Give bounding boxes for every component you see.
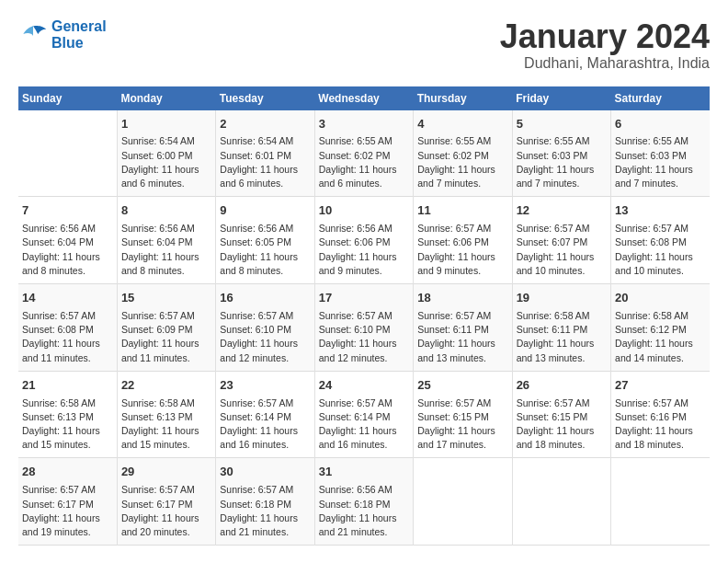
day-info: Sunrise: 6:57 AMSunset: 6:14 PMDaylight:… (220, 396, 310, 453)
day-info: Sunrise: 6:55 AMSunset: 6:02 PMDaylight:… (319, 134, 409, 190)
calendar-cell: 14Sunrise: 6:57 AMSunset: 6:08 PMDayligh… (18, 284, 117, 372)
day-info: Sunrise: 6:57 AMSunset: 6:06 PMDaylight:… (417, 222, 507, 278)
calendar-cell: 24Sunrise: 6:57 AMSunset: 6:14 PMDayligh… (314, 371, 413, 458)
day-info: Sunrise: 6:56 AMSunset: 6:05 PMDaylight:… (220, 222, 310, 278)
day-info: Sunrise: 6:57 AMSunset: 6:09 PMDaylight:… (121, 309, 211, 365)
weekday-header-friday: Friday (512, 86, 610, 110)
day-info: Sunrise: 6:57 AMSunset: 6:07 PMDaylight:… (517, 222, 607, 278)
day-info: Sunrise: 6:57 AMSunset: 6:17 PMDaylight:… (22, 483, 113, 539)
calendar-week-row: 21Sunrise: 6:58 AMSunset: 6:13 PMDayligh… (18, 371, 710, 458)
day-info: Sunrise: 6:56 AMSunset: 6:06 PMDaylight:… (319, 222, 409, 278)
calendar-table: SundayMondayTuesdayWednesdayThursdayFrid… (18, 86, 710, 546)
calendar-week-row: 14Sunrise: 6:57 AMSunset: 6:08 PMDayligh… (18, 284, 710, 372)
weekday-header-tuesday: Tuesday (216, 86, 314, 110)
day-number: 19 (517, 290, 607, 307)
calendar-cell: 22Sunrise: 6:58 AMSunset: 6:13 PMDayligh… (117, 371, 215, 458)
calendar-cell: 6Sunrise: 6:55 AMSunset: 6:03 PMDaylight… (611, 110, 710, 197)
day-info: Sunrise: 6:58 AMSunset: 6:13 PMDaylight:… (22, 396, 113, 453)
calendar-cell: 30Sunrise: 6:57 AMSunset: 6:18 PMDayligh… (216, 458, 314, 546)
day-info: Sunrise: 6:55 AMSunset: 6:03 PMDaylight:… (517, 134, 607, 190)
day-number: 31 (319, 464, 409, 481)
day-number: 13 (615, 202, 706, 220)
calendar-cell: 4Sunrise: 6:55 AMSunset: 6:02 PMDaylight… (414, 110, 512, 197)
weekday-header-thursday: Thursday (414, 86, 512, 110)
day-number: 25 (417, 377, 507, 395)
day-info: Sunrise: 6:55 AMSunset: 6:03 PMDaylight:… (615, 134, 706, 190)
day-number: 22 (121, 377, 211, 395)
day-number: 10 (319, 202, 409, 220)
calendar-cell (611, 458, 710, 546)
day-info: Sunrise: 6:57 AMSunset: 6:10 PMDaylight:… (319, 309, 409, 365)
logo: General Blue (18, 18, 107, 52)
calendar-cell: 3Sunrise: 6:55 AMSunset: 6:02 PMDaylight… (314, 110, 413, 197)
day-number: 14 (22, 290, 113, 307)
day-number: 23 (220, 377, 310, 395)
weekday-header-wednesday: Wednesday (314, 86, 413, 110)
day-number: 21 (22, 377, 113, 395)
location-subtitle: Dudhani, Maharashtra, India (500, 55, 710, 72)
day-number: 20 (615, 290, 706, 307)
calendar-cell (18, 110, 117, 197)
day-info: Sunrise: 6:58 AMSunset: 6:13 PMDaylight:… (121, 396, 211, 453)
calendar-cell: 8Sunrise: 6:56 AMSunset: 6:04 PMDaylight… (117, 197, 215, 284)
weekday-header-saturday: Saturday (611, 86, 710, 110)
day-info: Sunrise: 6:58 AMSunset: 6:12 PMDaylight:… (615, 309, 706, 365)
calendar-cell: 29Sunrise: 6:57 AMSunset: 6:17 PMDayligh… (117, 458, 215, 546)
day-number: 26 (517, 377, 607, 395)
day-number: 24 (319, 377, 409, 395)
day-info: Sunrise: 6:58 AMSunset: 6:11 PMDaylight:… (517, 309, 607, 365)
day-number: 29 (121, 464, 211, 481)
day-number: 30 (220, 464, 310, 481)
day-number: 1 (121, 116, 211, 133)
day-info: Sunrise: 6:57 AMSunset: 6:08 PMDaylight:… (615, 222, 706, 278)
calendar-cell: 26Sunrise: 6:57 AMSunset: 6:15 PMDayligh… (512, 371, 610, 458)
calendar-cell: 12Sunrise: 6:57 AMSunset: 6:07 PMDayligh… (512, 197, 610, 284)
calendar-cell: 15Sunrise: 6:57 AMSunset: 6:09 PMDayligh… (117, 284, 215, 372)
day-number: 5 (517, 116, 607, 133)
calendar-cell: 13Sunrise: 6:57 AMSunset: 6:08 PMDayligh… (611, 197, 710, 284)
day-info: Sunrise: 6:57 AMSunset: 6:18 PMDaylight:… (220, 483, 310, 539)
weekday-header-sunday: Sunday (18, 86, 117, 110)
calendar-cell: 19Sunrise: 6:58 AMSunset: 6:11 PMDayligh… (512, 284, 610, 372)
day-info: Sunrise: 6:57 AMSunset: 6:14 PMDaylight:… (319, 396, 409, 453)
calendar-cell: 2Sunrise: 6:54 AMSunset: 6:01 PMDaylight… (216, 110, 314, 197)
day-info: Sunrise: 6:57 AMSunset: 6:08 PMDaylight:… (22, 309, 113, 365)
day-number: 18 (417, 290, 507, 307)
calendar-cell: 27Sunrise: 6:57 AMSunset: 6:16 PMDayligh… (611, 371, 710, 458)
weekday-header-monday: Monday (117, 86, 215, 110)
day-number: 2 (220, 116, 310, 133)
day-number: 9 (220, 202, 310, 220)
day-info: Sunrise: 6:54 AMSunset: 6:01 PMDaylight:… (220, 134, 310, 190)
day-number: 12 (517, 202, 607, 220)
calendar-cell (414, 458, 512, 546)
day-number: 17 (319, 290, 409, 307)
calendar-cell: 16Sunrise: 6:57 AMSunset: 6:10 PMDayligh… (216, 284, 314, 372)
month-year-title: January 2024 (500, 18, 710, 55)
page-header: General Blue January 2024 Dudhani, Mahar… (18, 18, 710, 72)
day-info: Sunrise: 6:57 AMSunset: 6:15 PMDaylight:… (417, 396, 507, 453)
logo-text: General Blue (51, 18, 107, 52)
title-section: January 2024 Dudhani, Maharashtra, India (500, 18, 710, 72)
day-number: 7 (22, 202, 113, 220)
calendar-cell: 21Sunrise: 6:58 AMSunset: 6:13 PMDayligh… (18, 371, 117, 458)
day-number: 16 (220, 290, 310, 307)
day-info: Sunrise: 6:56 AMSunset: 6:04 PMDaylight:… (22, 222, 113, 278)
day-number: 4 (417, 116, 507, 133)
day-number: 3 (319, 116, 409, 133)
day-number: 8 (121, 202, 211, 220)
weekday-header-row: SundayMondayTuesdayWednesdayThursdayFrid… (18, 86, 710, 110)
calendar-cell: 18Sunrise: 6:57 AMSunset: 6:11 PMDayligh… (414, 284, 512, 372)
day-info: Sunrise: 6:57 AMSunset: 6:10 PMDaylight:… (220, 309, 310, 365)
day-info: Sunrise: 6:57 AMSunset: 6:17 PMDaylight:… (121, 483, 211, 539)
day-info: Sunrise: 6:54 AMSunset: 6:00 PMDaylight:… (121, 134, 211, 190)
day-info: Sunrise: 6:56 AMSunset: 6:04 PMDaylight:… (121, 222, 211, 278)
day-number: 27 (615, 377, 706, 395)
calendar-week-row: 7Sunrise: 6:56 AMSunset: 6:04 PMDaylight… (18, 197, 710, 284)
calendar-week-row: 28Sunrise: 6:57 AMSunset: 6:17 PMDayligh… (18, 458, 710, 546)
day-number: 11 (417, 202, 507, 220)
calendar-cell: 25Sunrise: 6:57 AMSunset: 6:15 PMDayligh… (414, 371, 512, 458)
calendar-cell: 1Sunrise: 6:54 AMSunset: 6:00 PMDaylight… (117, 110, 215, 197)
day-info: Sunrise: 6:57 AMSunset: 6:11 PMDaylight:… (417, 309, 507, 365)
calendar-cell: 23Sunrise: 6:57 AMSunset: 6:14 PMDayligh… (216, 371, 314, 458)
logo-icon (18, 22, 48, 48)
